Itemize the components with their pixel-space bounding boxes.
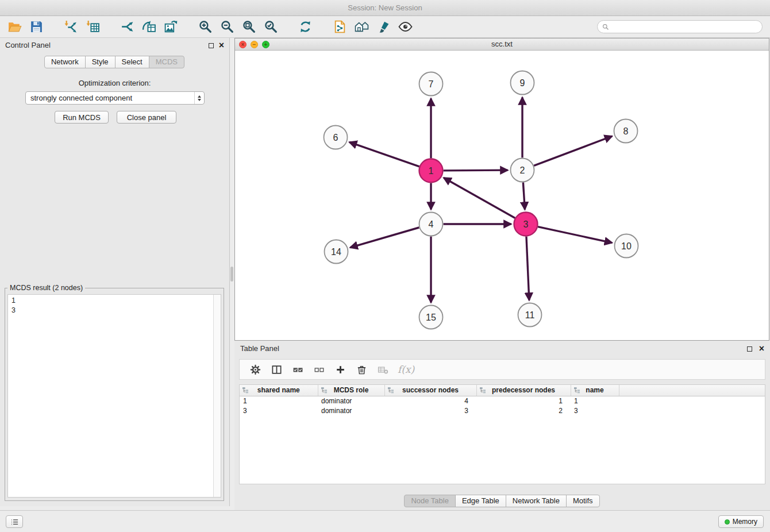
memory-status-dot: [725, 519, 730, 525]
open-file-button[interactable]: [5, 18, 24, 36]
run-mcds-button[interactable]: Run MCDS: [55, 111, 109, 124]
close-panel-button[interactable]: Close panel: [117, 111, 176, 124]
table-cell[interactable]: 1: [571, 396, 619, 406]
new-network-button[interactable]: [118, 18, 136, 36]
mcds-result-list: 13: [7, 294, 221, 498]
home-view-button[interactable]: [352, 18, 371, 36]
mcds-result-title: MCDS result (2 nodes): [7, 284, 85, 292]
control-panel-scrollbar[interactable]: [230, 38, 234, 506]
maximize-window-button[interactable]: +: [262, 41, 270, 48]
delete-row-button[interactable]: [353, 361, 370, 378]
import-table-from-file-icon: [86, 20, 100, 34]
table-cell[interactable]: 3: [384, 406, 476, 415]
table-body: 1dominator4113dominator323: [240, 396, 765, 415]
export-image-button[interactable]: [161, 18, 180, 36]
table-cell[interactable]: dominator: [318, 406, 384, 415]
split-panel-icon: [271, 364, 282, 375]
task-history-button[interactable]: [6, 515, 23, 528]
select-all-rows-button[interactable]: [289, 361, 306, 378]
clear-table-button[interactable]: [374, 361, 391, 378]
import-table-from-file-button[interactable]: [83, 18, 102, 36]
graph-edge-2-8[interactable]: [534, 136, 612, 165]
graph-node-label-6: 6: [333, 133, 338, 142]
table-cell[interactable]: 3: [240, 406, 318, 415]
graph-edge-2-3[interactable]: [523, 182, 525, 209]
tab-node-table[interactable]: Node Table: [404, 495, 456, 507]
zoom-out-button[interactable]: [218, 18, 236, 36]
column-header-predecessor-nodes[interactable]: predecessor nodes: [476, 385, 571, 396]
result-scrollbar[interactable]: [213, 295, 221, 497]
scrollbar-thumb[interactable]: [230, 267, 233, 282]
network-window-titlebar: × − + scc.txt: [235, 38, 769, 51]
graph-edge-1-6[interactable]: [349, 142, 419, 166]
node-table: shared nameMCDS rolesuccessor nodesprede…: [239, 384, 765, 484]
refresh-view-button[interactable]: [296, 18, 314, 36]
table-cell[interactable]: 4: [384, 396, 476, 406]
tab-motifs[interactable]: Motifs: [566, 495, 600, 507]
close-table-panel-icon[interactable]: ×: [759, 343, 764, 354]
zoom-selected-button[interactable]: [261, 18, 280, 36]
table-row[interactable]: 3dominator323: [240, 406, 765, 415]
mcds-result-group: MCDS result (2 nodes) 13: [5, 284, 224, 501]
apply-function-button[interactable]: f(x): [395, 361, 417, 378]
graph-node-label-7: 7: [429, 79, 434, 89]
close-panel-icon[interactable]: ×: [219, 40, 224, 51]
graph-node-label-9: 9: [520, 78, 525, 88]
zoom-in-button[interactable]: [196, 18, 214, 36]
save-session-button[interactable]: [27, 18, 45, 36]
float-panel-icon[interactable]: [209, 43, 214, 48]
graph-edge-1-2[interactable]: [443, 170, 507, 171]
optimization-criterion-select[interactable]: strongly connected component: [25, 91, 205, 105]
split-panel-button[interactable]: [268, 361, 285, 378]
memory-button[interactable]: Memory: [718, 515, 764, 528]
table-cell[interactable]: dominator: [318, 396, 384, 406]
table-cell[interactable]: 2: [476, 406, 571, 415]
main-toolbar: [0, 16, 770, 38]
tab-select[interactable]: Select: [115, 56, 149, 68]
search-icon: [602, 23, 610, 31]
zoom-fit-button[interactable]: [240, 18, 258, 36]
session-document-button[interactable]: [330, 18, 349, 36]
toolbar-separator: [316, 16, 329, 37]
result-item[interactable]: 3: [11, 306, 221, 315]
network-canvas[interactable]: 7968124314101511: [235, 51, 769, 340]
select-all-rows-icon: [292, 364, 303, 375]
column-header-mcds-role[interactable]: MCDS role: [318, 385, 384, 396]
import-network-from-file-button[interactable]: [61, 18, 80, 36]
attribute-icon: [242, 387, 249, 394]
search-box[interactable]: [597, 20, 763, 33]
search-input[interactable]: [610, 21, 762, 33]
tab-edge-table[interactable]: Edge Table: [455, 495, 506, 507]
graph-edge-3-11[interactable]: [526, 236, 529, 300]
toolbar-separator: [103, 16, 116, 37]
table-cell[interactable]: 3: [571, 406, 619, 415]
graph-edge-3-1[interactable]: [444, 178, 515, 218]
table-settings-button[interactable]: [247, 361, 264, 378]
apply-style-button[interactable]: [374, 18, 392, 36]
add-row-button[interactable]: [332, 361, 349, 378]
network-from-table-button[interactable]: [140, 18, 158, 36]
close-window-button[interactable]: ×: [239, 41, 247, 48]
graph-node-label-8: 8: [623, 126, 629, 136]
float-table-panel-icon[interactable]: [747, 346, 752, 352]
deselect-all-rows-button[interactable]: [310, 361, 328, 378]
column-header-label: MCDS role: [334, 386, 369, 394]
graph-edge-3-10[interactable]: [538, 227, 612, 243]
column-header-shared-name[interactable]: shared name: [240, 385, 318, 396]
control-panel-title: Control Panel: [5, 41, 51, 49]
result-item[interactable]: 1: [11, 296, 221, 306]
add-row-icon: [335, 364, 346, 375]
session-document-icon: [333, 20, 347, 34]
show-graphics-details-button[interactable]: [396, 18, 414, 36]
column-header-successor-nodes[interactable]: successor nodes: [384, 385, 476, 396]
table-cell[interactable]: 1: [240, 396, 318, 406]
table-row[interactable]: 1dominator411: [240, 396, 765, 406]
tab-style[interactable]: Style: [85, 56, 116, 68]
tab-network-table[interactable]: Network Table: [506, 495, 567, 507]
tab-mcds[interactable]: MCDS: [149, 56, 184, 68]
column-header-name[interactable]: name: [571, 385, 619, 396]
graph-edge-4-14[interactable]: [350, 228, 419, 248]
table-cell[interactable]: 1: [476, 396, 571, 406]
minimize-window-button[interactable]: −: [251, 41, 258, 48]
tab-network[interactable]: Network: [44, 56, 86, 68]
